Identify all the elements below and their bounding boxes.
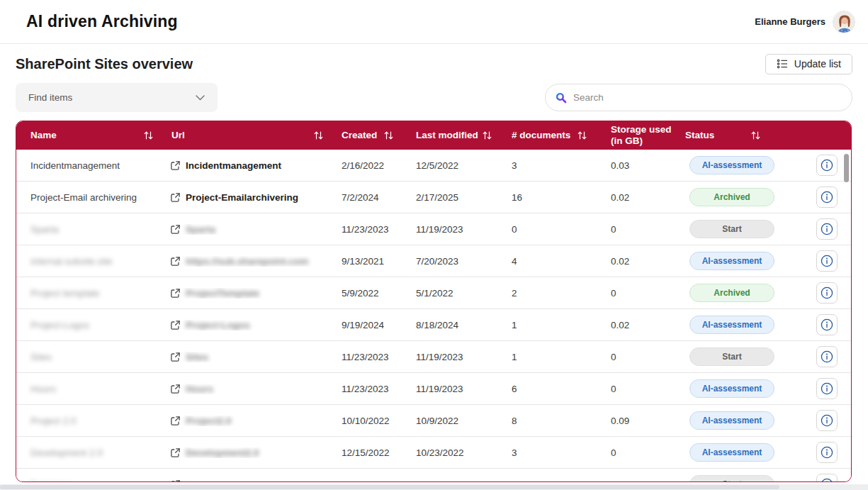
info-button[interactable]: [816, 186, 838, 208]
site-url-link[interactable]: Sparta: [186, 224, 215, 235]
status-cell: AI-assessment: [682, 379, 813, 398]
vertical-scrollbar-thumb[interactable]: [844, 154, 849, 182]
table-row: Development 2.0Development2.012/15/20221…: [16, 437, 851, 469]
find-items-dropdown[interactable]: Find items: [16, 83, 218, 112]
info-button[interactable]: [816, 218, 838, 240]
documents-count: 2: [509, 288, 608, 299]
documents-count: 1: [509, 352, 608, 362]
column-header-storage-used-in-gb-: Storage used (in GB): [608, 124, 682, 146]
last-modified-date: 8/18/2024: [413, 320, 509, 330]
status-badge: Start: [689, 220, 774, 238]
info-button[interactable]: [816, 474, 838, 482]
site-url-link[interactable]: Project-Emailarchivering: [186, 192, 298, 203]
external-link-icon[interactable]: [170, 479, 181, 483]
created-date: 11/23/2023: [339, 352, 413, 362]
table-row: Project-LogosProject-Logos9/19/20248/18/…: [16, 309, 851, 341]
storage-used: 0.09: [608, 416, 682, 426]
external-link-icon[interactable]: [170, 416, 181, 426]
external-link-icon[interactable]: [170, 384, 181, 394]
status-cell: AI-assessment: [682, 156, 813, 174]
info-button[interactable]: [816, 282, 838, 304]
table-body: IncidentmanagementIncidentmanagement2/16…: [16, 150, 851, 482]
actions-cell: [813, 250, 852, 272]
site-url-cell: Project-Emailarchivering: [169, 192, 339, 203]
status-cell: Start: [682, 475, 813, 482]
site-url-link[interactable]: Development2.0: [186, 447, 259, 458]
update-list-button[interactable]: Update list: [765, 54, 852, 74]
sort-arrows-icon: [483, 131, 492, 140]
status-cell: AI-assessment: [682, 443, 813, 462]
actions-cell: [813, 378, 852, 399]
user-name: Elianne Burgers: [755, 16, 825, 27]
site-url-link[interactable]: https://sub.sharepoint.com: [186, 256, 308, 267]
external-link-icon[interactable]: [170, 256, 181, 267]
external-link-icon[interactable]: [170, 160, 181, 171]
table-header-row: NameUrlCreatedLast modified# documentsSt…: [16, 121, 851, 150]
storage-used: 0.02: [608, 256, 682, 267]
column-header-label: Created: [342, 130, 377, 141]
horizontal-scrollbar-thumb[interactable]: [0, 485, 779, 489]
status-badge: Start: [689, 347, 774, 366]
status-badge: AI-assessment: [689, 411, 774, 430]
avatar[interactable]: [833, 11, 855, 33]
info-button[interactable]: [816, 346, 838, 367]
site-url-link[interactable]: Incidentmanagement: [186, 160, 281, 171]
status-badge: AI-assessment: [689, 156, 774, 174]
column-header-label: Last modified: [416, 130, 478, 141]
info-button[interactable]: [816, 155, 838, 176]
sort-arrows-icon: [751, 131, 760, 140]
site-name: Exchange: [16, 479, 169, 483]
site-url-link[interactable]: ProjectTemplate: [186, 288, 259, 299]
site-name: Sites: [16, 352, 169, 362]
site-url-cell: Development2.0: [169, 447, 339, 458]
site-url-cell: Sites: [169, 352, 339, 362]
site-url-link[interactable]: Exchange-Project: [186, 479, 266, 483]
info-button[interactable]: [816, 442, 838, 463]
site-url-link[interactable]: Project2.0: [186, 416, 232, 426]
actions-cell: [813, 474, 852, 482]
site-url-cell: Project-Logos: [169, 320, 339, 330]
column-header-label: # documents: [512, 130, 570, 141]
info-button[interactable]: [816, 314, 838, 335]
last-modified-date: 11/19/2023: [413, 384, 509, 394]
site-name: Hours: [16, 384, 169, 394]
table-row: HoursHours11/23/202311/19/202360AI-asses…: [16, 373, 851, 405]
column-header-url[interactable]: Url: [169, 130, 339, 141]
info-button[interactable]: [816, 378, 838, 399]
chevron-down-icon: [196, 95, 205, 101]
info-button[interactable]: [816, 410, 838, 431]
status-badge: AI-assessment: [689, 316, 774, 334]
documents-count: 3: [509, 160, 608, 171]
column-header-last-modified[interactable]: Last modified: [413, 130, 509, 141]
last-modified-date: 10/23/2022: [413, 447, 509, 458]
external-link-icon[interactable]: [170, 447, 181, 458]
column-header-status[interactable]: Status: [682, 130, 813, 141]
last-modified-date: 11/19/2023: [413, 224, 509, 235]
column-header-label: Url: [171, 130, 185, 141]
horizontal-scrollbar[interactable]: [0, 484, 868, 490]
storage-used: 0: [608, 352, 682, 362]
external-link-icon[interactable]: [170, 352, 181, 362]
column-header-name[interactable]: Name: [16, 130, 169, 141]
created-date: 2/20/2024: [339, 479, 413, 483]
external-link-icon[interactable]: [170, 224, 181, 235]
external-link-icon[interactable]: [170, 192, 181, 203]
site-url-link[interactable]: Hours: [186, 384, 213, 394]
external-link-icon[interactable]: [170, 288, 181, 299]
documents-count: 1: [509, 320, 608, 330]
last-modified-date: 10/9/2022: [413, 416, 509, 426]
status-cell: AI-assessment: [682, 252, 813, 270]
status-badge: Archived: [689, 284, 774, 302]
sort-arrows-icon: [577, 131, 587, 140]
external-link-icon[interactable]: [170, 320, 181, 330]
column-header--documents[interactable]: # documents: [509, 130, 608, 141]
site-name: Project 2.0: [16, 416, 169, 426]
site-url-link[interactable]: Sites: [186, 352, 208, 362]
column-header-created[interactable]: Created: [339, 130, 413, 141]
site-url-cell: Project2.0: [169, 416, 339, 426]
site-url-link[interactable]: Project-Logos: [186, 320, 250, 330]
info-button[interactable]: [816, 250, 838, 272]
find-items-label: Find items: [28, 92, 72, 103]
actions-cell: [813, 410, 852, 431]
search-input[interactable]: [573, 92, 842, 103]
